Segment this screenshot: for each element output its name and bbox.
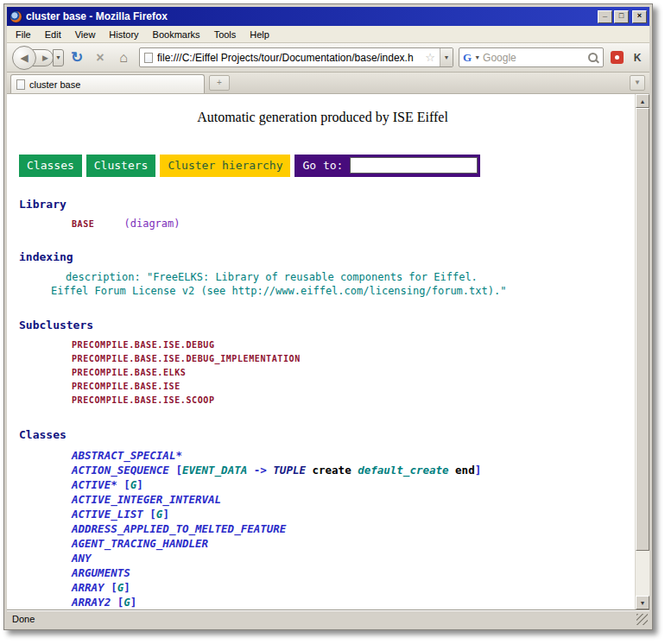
extension-icon-k[interactable]: K <box>630 52 644 64</box>
menu-tools[interactable]: Tools <box>207 28 244 41</box>
library-section: Library BASE (diagram) <box>19 198 626 230</box>
search-engine-dropdown[interactable]: ▼ <box>474 54 480 60</box>
base-cluster-link[interactable]: BASE <box>72 219 94 229</box>
browser-window: cluster base - Mozilla Firefox _ □ × Fil… <box>3 3 653 630</box>
scroll-down-button[interactable]: ▼ <box>636 596 649 609</box>
class-link[interactable]: ARGUMENTS <box>72 565 626 580</box>
classes-section: Classes ABSTRACT_SPECIAL*ACTION_SEQUENCE… <box>19 428 626 609</box>
back-button[interactable]: ◀ <box>12 46 36 70</box>
scroll-up-icon: ▲ <box>640 98 646 104</box>
stop-button[interactable]: × <box>90 47 111 69</box>
doc-toolbar: Classes Clusters Cluster hierarchy Go to… <box>19 155 626 177</box>
subclusters-list: PRECOMPILE.BASE.ISE.DEBUGPRECOMPILE.BASE… <box>19 338 626 407</box>
subcluster-link[interactable]: PRECOMPILE.BASE.ISE.DEBUG_IMPLEMENTATION <box>72 352 626 366</box>
subcluster-link[interactable]: PRECOMPILE.BASE.ISE <box>72 380 626 394</box>
url-bar[interactable]: file:///C:/Eiffel Projects/tour/Document… <box>139 47 453 67</box>
library-heading: Library <box>19 198 626 211</box>
menu-file[interactable]: File <box>9 28 38 41</box>
back-icon: ◀ <box>20 52 28 64</box>
status-text: Done <box>12 614 35 624</box>
class-link[interactable]: ARRAY2 [G] <box>72 595 626 609</box>
class-link[interactable]: ADDRESS_APPLIED_TO_MELTED_FEATURE <box>72 521 626 536</box>
resize-grip[interactable] <box>636 614 648 625</box>
class-link[interactable]: ARRAY [G] <box>72 580 626 595</box>
menu-help[interactable]: Help <box>243 28 276 41</box>
forward-icon: ▶ <box>42 54 48 62</box>
google-icon: G <box>463 51 472 65</box>
page-banner: Automatic generation produced by ISE Eif… <box>19 110 626 125</box>
history-nav-cluster: ◀ ▶ ▼ <box>12 46 64 70</box>
reload-icon: ↻ <box>71 48 83 66</box>
indexing-description-line: Eiffel Forum License v2 (see http://www.… <box>19 284 626 298</box>
close-button[interactable]: × <box>632 10 647 23</box>
subclusters-section: Subclusters PRECOMPILE.BASE.ISE.DEBUGPRE… <box>19 319 626 407</box>
class-link[interactable]: ABSTRACT_SPECIAL* <box>72 448 626 463</box>
menu-bookmarks[interactable]: Bookmarks <box>146 28 207 41</box>
menu-history[interactable]: History <box>102 28 145 41</box>
diagram-link[interactable]: (diagram) <box>124 218 180 230</box>
window-title: cluster base - Mozilla Firefox <box>26 10 594 22</box>
document-body: Automatic generation produced by ISE Eif… <box>7 94 635 609</box>
chevron-down-icon: ▼ <box>444 54 450 60</box>
class-link[interactable]: ACTIVE_LIST [G] <box>72 507 626 521</box>
search-bar[interactable]: G ▼ Google <box>459 47 604 67</box>
menu-edit[interactable]: Edit <box>38 28 68 41</box>
indexing-section: indexing description: "FreeELKS: Library… <box>19 250 626 298</box>
home-icon: ⌂ <box>119 50 128 66</box>
class-link[interactable]: ACTIVE_INTEGER_INTERVAL <box>72 492 626 507</box>
class-link[interactable]: ACTION_SEQUENCE [EVENT_DATA -> TUPLE cre… <box>72 463 626 477</box>
menu-view[interactable]: View <box>68 28 103 41</box>
search-magnifier-icon[interactable] <box>587 52 599 64</box>
minimize-button[interactable]: _ <box>598 10 612 23</box>
tab-label: cluster base <box>29 79 80 90</box>
class-link[interactable]: ACTIVE* [G] <box>72 477 626 492</box>
tab-cluster-base[interactable]: cluster base <box>10 74 205 93</box>
chevron-down-icon: ▼ <box>55 54 61 60</box>
browser-content: Automatic generation produced by ISE Eif… <box>7 94 649 609</box>
classes-list: ABSTRACT_SPECIAL*ACTION_SEQUENCE [EVENT_… <box>19 448 626 609</box>
search-input[interactable]: Google <box>483 52 585 64</box>
scrollbar-thumb[interactable] <box>636 108 649 551</box>
classes-button[interactable]: Classes <box>19 155 82 177</box>
reload-button[interactable]: ↻ <box>66 47 87 69</box>
page-favicon <box>144 53 153 63</box>
subclusters-heading: Subclusters <box>19 319 626 331</box>
scroll-down-icon: ▼ <box>640 600 646 606</box>
firefox-logo-icon <box>10 10 22 23</box>
class-link[interactable]: ANY <box>72 551 626 565</box>
stop-icon: × <box>96 50 104 66</box>
scroll-up-button[interactable]: ▲ <box>636 94 649 108</box>
classes-heading: Classes <box>19 428 626 441</box>
maximize-button[interactable]: □ <box>614 10 629 23</box>
extension-icon-red[interactable] <box>611 51 624 64</box>
new-tab-button[interactable]: + <box>209 75 230 91</box>
home-button[interactable]: ⌂ <box>113 47 134 69</box>
chevron-down-icon: ▼ <box>634 79 641 86</box>
status-bar: Done <box>7 609 649 627</box>
window-controls: _ □ × <box>598 10 647 23</box>
url-text[interactable]: file:///C:/Eiffel Projects/tour/Document… <box>157 52 421 64</box>
navigation-toolbar: ◀ ▶ ▼ ↻ × ⌂ file:///C:/Eiffel Projects/t… <box>7 43 649 73</box>
tab-bar: cluster base + ▼ <box>7 73 649 94</box>
class-link[interactable]: AGENT_TRACING_HANDLER <box>72 536 626 551</box>
bookmark-star-icon[interactable]: ☆ <box>425 51 435 64</box>
list-all-tabs-button[interactable]: ▼ <box>630 75 645 91</box>
history-dropdown-button[interactable]: ▼ <box>53 49 64 66</box>
goto-label: Go to: <box>297 159 350 172</box>
goto-group: Go to: <box>294 155 480 177</box>
subcluster-link[interactable]: PRECOMPILE.BASE.ELKS <box>72 366 626 380</box>
minimize-icon: _ <box>603 10 607 18</box>
subcluster-link[interactable]: PRECOMPILE.BASE.ISE.SCOOP <box>72 394 626 407</box>
subcluster-link[interactable]: PRECOMPILE.BASE.ISE.DEBUG <box>72 338 626 352</box>
library-row: BASE (diagram) <box>19 218 626 230</box>
maximize-icon: □ <box>619 12 624 20</box>
vertical-scrollbar[interactable]: ▲ ▼ <box>635 94 649 609</box>
cluster-hierarchy-button[interactable]: Cluster hierarchy <box>160 155 290 177</box>
titlebar[interactable]: cluster base - Mozilla Firefox _ □ × <box>7 7 649 26</box>
url-dropdown-button[interactable]: ▼ <box>440 48 453 66</box>
goto-input[interactable] <box>350 157 478 174</box>
clusters-button[interactable]: Clusters <box>86 155 156 177</box>
new-tab-icon: + <box>217 79 222 87</box>
tab-favicon <box>16 79 25 90</box>
menubar: FileEditViewHistoryBookmarksToolsHelp <box>7 26 649 43</box>
